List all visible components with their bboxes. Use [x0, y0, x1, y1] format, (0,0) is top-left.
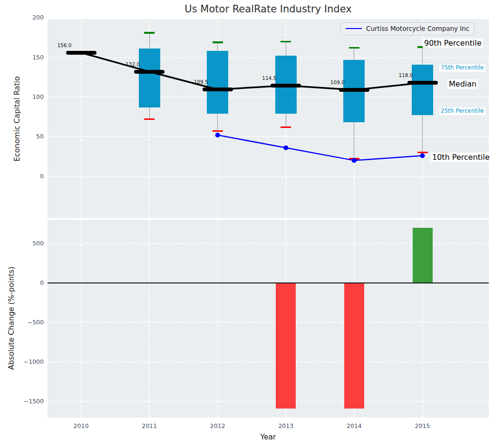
top-y-tick-label: 100: [0, 93, 44, 101]
x-tick-label: 2015: [415, 422, 430, 429]
company-line-layer: [48, 19, 489, 218]
top-y-tick-label: 150: [0, 54, 44, 61]
chart-title: Us Motor RealRate Industry Index: [48, 3, 489, 15]
bottom-y-tick-label: −1500: [0, 398, 44, 405]
percentile-annotation-median: Median: [447, 79, 478, 89]
percentile-annotation-75th-percentile: 75th Percentile: [439, 64, 485, 72]
x-tick-label: 2014: [347, 422, 362, 429]
x-tick-label: 2013: [278, 422, 293, 429]
x-axis-label: Year: [48, 433, 489, 441]
bottom-y-tick-label: −500: [0, 319, 44, 326]
percentile-annotation-25th-percentile: 25th Percentile: [439, 107, 485, 115]
legend: Curtiss Motorcycle Company Inc: [340, 22, 475, 35]
change-bar-positive: [413, 228, 433, 283]
top-panel-plot-area: 156.0132.0109.5114.5109.0118.0: [48, 19, 489, 218]
top-y-tick-label: 50: [0, 133, 44, 140]
change-bar-negative: [276, 283, 296, 409]
x-tick-label: 2011: [142, 422, 157, 429]
top-y-tick-label: 0: [0, 173, 44, 180]
gridline-vertical: [149, 220, 150, 418]
company-data-point: [283, 146, 288, 150]
bottom-y-tick-label: 500: [0, 240, 44, 247]
change-bar-negative: [344, 283, 364, 409]
company-data-point: [420, 153, 425, 158]
company-data-point: [215, 133, 220, 137]
bottom-y-tick-label: −1000: [0, 358, 44, 366]
legend-line-swatch: [346, 28, 362, 29]
x-tick-label: 2010: [74, 422, 89, 429]
percentile-annotation-90th-percentile: 90th Percentile: [423, 39, 483, 48]
legend-label: Curtiss Motorcycle Company Inc: [366, 25, 469, 32]
bottom-panel-plot-area: [48, 220, 489, 418]
gridline-vertical: [217, 220, 218, 418]
top-y-tick-label: 200: [0, 14, 44, 21]
figure: Us Motor RealRate Industry Index Economi…: [0, 0, 494, 448]
gridline-vertical: [81, 220, 82, 418]
bottom-y-tick-label: 0: [0, 279, 44, 287]
x-tick-label: 2012: [210, 422, 225, 429]
top-y-axis-label: Economic Capital Ratio: [13, 76, 21, 161]
zero-line: [48, 282, 489, 283]
company-line: [218, 135, 423, 160]
percentile-annotation-10th-percentile: 10th Percentile: [431, 153, 491, 162]
company-data-point: [352, 158, 357, 163]
